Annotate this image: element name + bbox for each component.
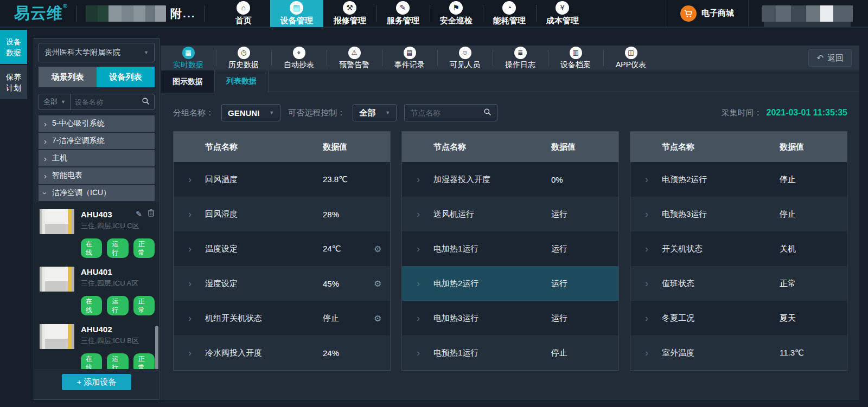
- remote-control-select[interactable]: 全部 ▼: [353, 104, 397, 121]
- e-mall-button[interactable]: 电子商城: [666, 0, 749, 27]
- alarm-bell-icon: ⚠: [348, 47, 361, 59]
- node-name: 电预热3运行: [662, 209, 780, 219]
- device-group-row[interactable]: › 主机: [39, 150, 155, 166]
- scrollbar[interactable]: [155, 326, 158, 369]
- group-name-select[interactable]: GENUNI ▼: [221, 104, 280, 121]
- sidebar-item-device-data[interactable]: 设备数据: [0, 30, 27, 64]
- status-badge: 运行: [107, 238, 128, 258]
- delete-icon[interactable]: [148, 209, 155, 219]
- hospital-select[interactable]: 贵州医科大学附属医院 ▼: [39, 43, 155, 62]
- device-meta: AHU403 ✎ 三住,四层,ICU C区: [81, 209, 155, 234]
- tab-realtime-data[interactable]: ▦ 实时数据: [161, 46, 216, 70]
- user-account[interactable]: [762, 5, 868, 22]
- toolbar-tab-label: 历史数据: [228, 60, 259, 70]
- table-row[interactable]: › 冬夏工况 夏天 ⚙: [630, 301, 847, 335]
- node-value: 运行: [551, 209, 602, 219]
- node-name: 湿度设定: [205, 279, 323, 289]
- table-row[interactable]: › 室外温度 11.3℃ ⚙: [630, 335, 847, 370]
- table-body: › 加湿器投入开度 0% ⚙ › 送风机运行 运行 ⚙ › 电加热1运行 运行 …: [402, 162, 618, 370]
- gear-icon[interactable]: ⚙: [374, 279, 390, 289]
- operation-log-icon: ≣: [514, 47, 527, 59]
- search-icon[interactable]: [483, 108, 492, 118]
- table-row[interactable]: › 电加热3运行 运行 ⚙: [402, 301, 618, 335]
- status-badge: 正常: [133, 353, 155, 369]
- tab-alarm-warning[interactable]: ⚠ 预警告警: [327, 46, 382, 70]
- device-search-input[interactable]: [71, 98, 142, 106]
- back-button[interactable]: ↶ 返回: [808, 49, 852, 67]
- gear-icon[interactable]: ⚙: [374, 313, 390, 324]
- nav-service-management[interactable]: ✎ 服务管理: [376, 0, 430, 27]
- table-header: 节点名称 数据值: [402, 132, 618, 162]
- history-data-icon: ◷: [238, 47, 250, 59]
- realtime-data-icon: ▦: [182, 47, 195, 59]
- nav-repair-management[interactable]: ⚒ 报修管理: [323, 0, 376, 27]
- table-row[interactable]: › 送风机运行 运行 ⚙: [402, 197, 618, 231]
- table-row[interactable]: › 电预热2运行 停止 ⚙: [630, 162, 847, 197]
- row-expand-chevron-icon: ›: [630, 348, 662, 358]
- table-row[interactable]: › 回风温度 23.8℃ ⚙: [174, 162, 390, 197]
- tab-scene-list[interactable]: 场景列表: [39, 67, 97, 87]
- tab-device-archive[interactable]: ▥ 设备档案: [548, 46, 603, 70]
- table-row[interactable]: › 湿度设定 45% ⚙: [174, 266, 390, 301]
- search-icon[interactable]: [142, 97, 150, 107]
- node-name: 电预热1运行: [433, 348, 551, 358]
- filter-row: 分组名称： GENUNI ▼ 可否远程控制： 全部 ▼ 采集时间： 2021-0…: [173, 104, 847, 121]
- add-device-button[interactable]: + 添加设备: [62, 374, 131, 390]
- node-search-input[interactable]: [410, 108, 483, 117]
- hospital-name: 贵州医科大学附属医院: [44, 48, 144, 57]
- device-card[interactable]: AHU402 ✎ 三住,四层,ICU B区 在线运行正常: [40, 320, 155, 369]
- visible-personnel-icon: ☺: [459, 47, 471, 59]
- device-card[interactable]: AHU401 ✎ 三住,四层,ICU A区 在线运行正常: [40, 263, 155, 320]
- table-row[interactable]: › 电预热3运行 停止 ⚙: [630, 197, 847, 231]
- toolbar-tab-label: 预警告警: [339, 60, 369, 70]
- nav-cost-management[interactable]: ¥ 成本管理: [536, 0, 589, 27]
- table-row[interactable]: › 电加热1运行 运行 ⚙: [402, 231, 618, 266]
- search-category-select[interactable]: 全部 ▼: [39, 94, 71, 109]
- subtab-chart-data[interactable]: 图示数据: [161, 70, 215, 93]
- nav-device-management[interactable]: ▤ 设备管理: [270, 0, 323, 27]
- divider: [205, 5, 205, 22]
- tab-app-dashboard[interactable]: ◫ APP仪表: [603, 46, 659, 70]
- tab-event-record[interactable]: ▤ 事件记录: [382, 46, 437, 70]
- table-row[interactable]: › 温度设定 24℃ ⚙: [174, 231, 390, 266]
- edit-icon[interactable]: ✎: [136, 210, 142, 218]
- tab-history-data[interactable]: ◷ 历史数据: [216, 46, 271, 70]
- table-row[interactable]: › 开关机状态 关机 ⚙: [630, 231, 847, 266]
- device-group-row[interactable]: › 7-洁净空调系统: [39, 133, 155, 149]
- device-group-row[interactable]: › 智能电表: [39, 167, 155, 184]
- safety-patrol-icon: ⚑: [449, 1, 463, 15]
- group-name-value: GENUNI: [228, 108, 259, 118]
- device-group-row[interactable]: › 洁净空调（ICU）: [39, 185, 155, 201]
- row-expand-chevron-icon: ›: [630, 244, 662, 254]
- device-meta: AHU401 ✎ 三住,四层,ICU A区: [81, 267, 155, 292]
- table-row[interactable]: › 机组开关机状态 停止 ⚙: [174, 301, 390, 335]
- nav-home[interactable]: ⌂ 首页: [217, 0, 270, 27]
- device-group-row[interactable]: › 5-中心吸引系统: [39, 115, 155, 132]
- tab-visible-personnel[interactable]: ☺ 可见人员: [437, 46, 493, 70]
- tab-auto-meter-reading[interactable]: ⌖ 自动抄表: [271, 46, 327, 70]
- tab-device-list[interactable]: 设备列表: [97, 67, 155, 87]
- table-row[interactable]: › 冷水阀投入开度 24% ⚙: [174, 335, 390, 370]
- subtab-list-data[interactable]: 列表数据: [215, 70, 269, 93]
- nav-safety-patrol[interactable]: ⚑ 安全巡检: [430, 0, 483, 27]
- table-row[interactable]: › 加湿器投入开度 0% ⚙: [402, 162, 618, 197]
- table-row[interactable]: › 电预热1运行 停止 ⚙: [402, 335, 618, 370]
- sidebar-item-maintenance-plan[interactable]: 保养计划: [0, 65, 27, 99]
- gear-icon[interactable]: ⚙: [374, 244, 390, 254]
- chevron-down-icon: ▼: [61, 99, 66, 105]
- collect-time-value: 2021-03-01 11:35:35: [767, 108, 847, 118]
- node-value: 24℃: [323, 244, 374, 254]
- nav-energy-management[interactable]: ◔ 能耗管理: [483, 0, 536, 27]
- toolbar-tab-label: APP仪表: [616, 60, 646, 70]
- row-expand-chevron-icon: ›: [174, 348, 205, 358]
- device-status-badges: 在线运行正常: [81, 296, 155, 315]
- device-archive-icon: ▥: [570, 47, 582, 59]
- device-card[interactable]: AHU403 ✎ 三住,四层,ICU C区 在线运行正常: [40, 205, 155, 263]
- table-row[interactable]: › 回风湿度 28% ⚙: [174, 197, 390, 231]
- table-row[interactable]: › 电加热2运行 运行 ⚙: [402, 266, 618, 301]
- nav-label: 成本管理: [546, 16, 579, 26]
- search-category-value: 全部: [43, 97, 58, 107]
- table-row[interactable]: › 值班状态 正常 ⚙: [630, 266, 847, 301]
- row-expand-chevron-icon: ›: [402, 175, 433, 184]
- tab-operation-log[interactable]: ≣ 操作日志: [493, 46, 548, 70]
